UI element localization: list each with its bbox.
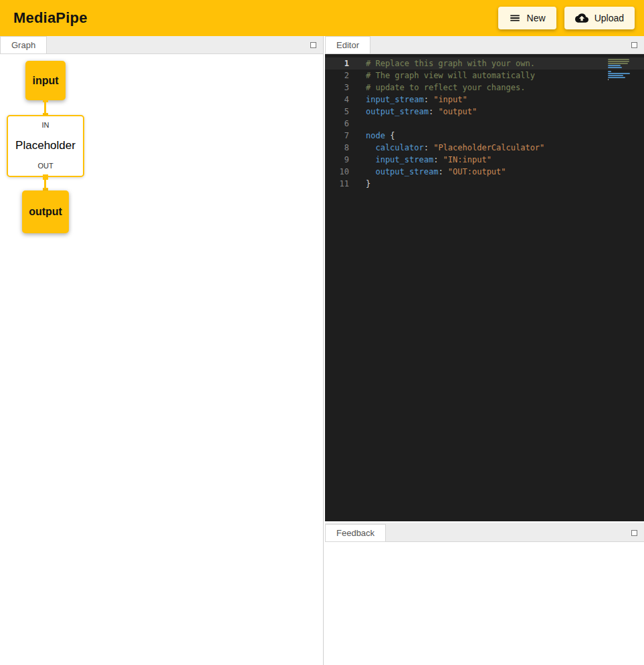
header: MediaPipe New Upload (0, 0, 644, 36)
code-line[interactable]: 8 calculator: "PlaceholderCalculator" (325, 142, 644, 154)
line-number: 10 (325, 167, 349, 176)
upload-button-label: Upload (595, 13, 624, 23)
editor-lines: 1# Replace this graph with your own.2# T… (325, 57, 644, 190)
editor-tabbar: Editor (325, 36, 644, 54)
graph-node-input[interactable]: input (25, 61, 66, 100)
code-editor[interactable]: 1# Replace this graph with your own.2# T… (325, 54, 644, 521)
code-line[interactable]: 7node { (325, 130, 644, 142)
code-text: input_stream: "input" (366, 95, 467, 104)
cloud-upload-icon (575, 11, 588, 25)
menu-icon (509, 12, 521, 24)
line-number: 6 (325, 119, 349, 128)
code-text: node { (366, 131, 395, 140)
line-number: 7 (325, 131, 349, 140)
tab-feedback[interactable]: Feedback (325, 524, 386, 541)
feedback-tabbar: Feedback (325, 524, 644, 542)
line-number: 2 (325, 71, 349, 80)
code-text: } (366, 179, 370, 188)
tab-editor[interactable]: Editor (325, 36, 370, 53)
feedback-content (325, 542, 644, 665)
node-label: output (29, 206, 62, 218)
app-title: MediaPipe (13, 9, 88, 27)
line-number: 1 (325, 59, 349, 68)
upload-button[interactable]: Upload (564, 7, 635, 29)
code-line[interactable]: 5output_stream: "output" (325, 106, 644, 118)
line-number: 5 (325, 107, 349, 116)
editor-minimap[interactable] (608, 59, 632, 80)
code-text: output_stream: "OUT:output" (366, 167, 506, 176)
code-line[interactable]: 2# The graph view will automatically (325, 70, 644, 82)
feedback-panel: Feedback (325, 523, 644, 665)
tab-editor-label: Editor (336, 40, 359, 50)
main: Graph input IN Placeholder OUT output (0, 36, 644, 665)
graph-canvas[interactable]: input IN Placeholder OUT output (0, 54, 323, 665)
header-actions: New Upload (498, 7, 635, 29)
code-line[interactable]: 6 (325, 118, 644, 130)
tab-graph-label: Graph (11, 40, 35, 50)
graph-tabbar: Graph (0, 36, 323, 54)
code-line[interactable]: 3# update to reflect your changes. (325, 82, 644, 94)
maximize-icon[interactable] (310, 42, 316, 48)
line-number: 3 (325, 83, 349, 92)
right-column: Editor 1# Replace this graph with your o… (325, 36, 644, 665)
graph-node-output[interactable]: output (22, 190, 69, 233)
code-text: # Replace this graph with your own. (366, 59, 535, 68)
code-text: output_stream: "output" (366, 107, 477, 116)
editor-panel: Editor 1# Replace this graph with your o… (325, 36, 644, 521)
tab-graph[interactable]: Graph (0, 36, 47, 53)
code-text: # update to reflect your changes. (366, 83, 525, 92)
line-number: 8 (325, 143, 349, 152)
code-text: input_stream: "IN:input" (366, 155, 492, 164)
line-number: 9 (325, 155, 349, 164)
code-line[interactable]: 9 input_stream: "IN:input" (325, 154, 644, 166)
graph-node-placeholder[interactable]: IN Placeholder OUT (7, 115, 84, 177)
code-text: # The graph view will automatically (366, 71, 535, 80)
code-line[interactable]: 1# Replace this graph with your own. (325, 57, 644, 70)
maximize-icon[interactable] (631, 42, 637, 48)
graph-panel: Graph input IN Placeholder OUT output (0, 36, 324, 665)
maximize-icon[interactable] (631, 530, 637, 536)
code-line[interactable]: 4input_stream: "input" (325, 94, 644, 106)
line-number: 11 (325, 179, 349, 188)
tab-feedback-label: Feedback (336, 528, 374, 538)
new-button[interactable]: New (498, 7, 556, 29)
line-number: 4 (325, 95, 349, 104)
code-line[interactable]: 11} (325, 178, 644, 190)
new-button-label: New (527, 13, 546, 23)
input-port-label: IN (42, 121, 49, 129)
node-label: Placeholder (15, 139, 76, 152)
code-text: calculator: "PlaceholderCalculator" (366, 143, 544, 152)
node-label: input (32, 75, 58, 87)
code-line[interactable]: 10 output_stream: "OUT:output" (325, 166, 644, 178)
output-port-label: OUT (37, 162, 53, 170)
